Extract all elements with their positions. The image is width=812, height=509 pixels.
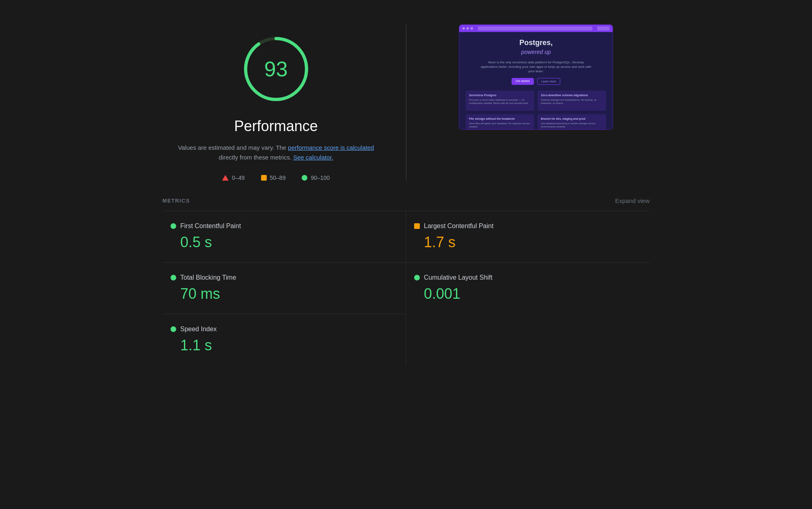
site-cta-primary: Get started xyxy=(512,78,534,85)
site-card-1: Serverless Postgres Provision a cloud-na… xyxy=(466,91,534,111)
site-card-4-text: Use database branching to isolate change… xyxy=(541,122,603,129)
legend-range-1: 0–49 xyxy=(232,175,244,181)
site-card-3: File storage without the headache Store … xyxy=(466,114,534,130)
browser-action xyxy=(597,26,609,30)
page-title: Performance xyxy=(234,118,318,135)
square-icon xyxy=(261,175,267,181)
expand-view-button[interactable]: Expand view xyxy=(615,197,650,204)
vertical-divider xyxy=(406,24,406,181)
site-card-1-title: Serverless Postgres xyxy=(469,94,531,97)
screenshot-content: Postgres, powered up Neon is the only se… xyxy=(459,32,613,130)
metrics-header: METRICS Expand view xyxy=(162,197,650,204)
metric-tbt-header: Total Blocking Time xyxy=(171,274,397,281)
metric-cls: Cumulative Layout Shift 0.001 xyxy=(406,262,650,314)
score-section: 93 Performance Values are estimated and … xyxy=(162,24,390,181)
metrics-label: METRICS xyxy=(162,198,190,204)
legend-item-green: 90–100 xyxy=(302,175,330,181)
calculator-link[interactable]: See calculator. xyxy=(293,154,333,161)
site-description: Neon is the only serverless data platfor… xyxy=(479,60,593,74)
metric-tbt: Total Blocking Time 70 ms xyxy=(162,262,406,314)
metric-cls-indicator xyxy=(414,275,420,280)
triangle-icon xyxy=(222,175,229,181)
score-number: 93 xyxy=(264,57,288,81)
performance-score-link[interactable]: performance score is calculated xyxy=(288,144,374,151)
metric-lcp-value: 1.7 s xyxy=(414,234,641,251)
metric-si: Speed Index 1.1 s xyxy=(162,314,406,365)
metrics-section: METRICS Expand view First Contentful Pai… xyxy=(162,197,650,365)
performance-gauge: 93 xyxy=(240,32,313,106)
score-legend: 0–49 50–89 90–100 xyxy=(222,175,330,181)
circle-icon xyxy=(302,175,307,181)
metric-lcp-header: Largest Contentful Paint xyxy=(414,222,641,230)
metric-cls-value: 0.001 xyxy=(414,285,641,302)
metric-fcp-name: First Contentful Paint xyxy=(180,222,241,230)
metric-cls-name: Cumulative Layout Shift xyxy=(424,274,492,281)
browser-dot-1 xyxy=(462,27,465,30)
main-container: 93 Performance Values are estimated and … xyxy=(162,24,650,365)
browser-dot-2 xyxy=(466,27,469,30)
metric-fcp-value: 0.5 s xyxy=(171,234,397,251)
site-cta-secondary: Learn more xyxy=(537,78,561,85)
site-cards: Serverless Postgres Provision a cloud-na… xyxy=(466,91,606,130)
metric-si-value: 1.1 s xyxy=(171,337,397,354)
metric-fcp: First Contentful Paint 0.5 s xyxy=(162,211,406,262)
metric-si-header: Speed Index xyxy=(171,326,397,333)
site-card-4-title: Branch for dev, staging and prod xyxy=(541,117,603,120)
top-section: 93 Performance Values are estimated and … xyxy=(162,24,650,181)
description-text: Values are estimated and may vary. The p… xyxy=(175,143,378,162)
metric-si-indicator xyxy=(171,326,176,332)
browser-bar xyxy=(459,25,613,32)
site-card-4: Branch for dev, staging and prod Use dat… xyxy=(538,114,606,130)
metrics-grid: First Contentful Paint 0.5 s Largest Con… xyxy=(162,211,650,365)
site-card-3-title: File storage without the headache xyxy=(469,117,531,120)
legend-item-red: 0–49 xyxy=(222,175,244,181)
site-title: Postgres, xyxy=(519,39,553,47)
metric-tbt-indicator xyxy=(171,275,176,280)
metric-cls-header: Cumulative Layout Shift xyxy=(414,274,641,281)
legend-item-orange: 50–89 xyxy=(261,175,286,181)
metric-lcp-name: Largest Contentful Paint xyxy=(424,222,494,230)
browser-url-bar xyxy=(478,26,592,30)
metric-fcp-indicator xyxy=(171,223,176,229)
screenshot-frame: Postgres, powered up Neon is the only se… xyxy=(459,24,613,130)
legend-range-2: 50–89 xyxy=(270,175,286,181)
site-card-2: Zero-downtime schema migrations Schema c… xyxy=(538,91,606,111)
site-card-1-text: Provision a cloud-native database in sec… xyxy=(469,98,531,105)
site-card-2-title: Zero-downtime schema migrations xyxy=(541,94,603,97)
site-subtitle: powered up xyxy=(521,49,551,55)
browser-dot-3 xyxy=(471,27,473,30)
metric-tbt-value: 70 ms xyxy=(171,285,397,302)
site-card-2-text: Schema changes are instantaneous. No loc… xyxy=(541,98,603,105)
metric-fcp-header: First Contentful Paint xyxy=(171,222,397,230)
metric-lcp: Largest Contentful Paint 1.7 s xyxy=(406,211,650,262)
site-card-3-text: Store files alongside your database. No … xyxy=(469,122,531,129)
metric-si-name: Speed Index xyxy=(180,326,217,333)
screenshot-section: Postgres, powered up Neon is the only se… xyxy=(423,24,650,130)
site-cta-row: Get started Learn more xyxy=(512,78,560,85)
legend-range-3: 90–100 xyxy=(311,175,330,181)
metric-lcp-indicator xyxy=(414,223,420,229)
metric-tbt-name: Total Blocking Time xyxy=(180,274,236,281)
